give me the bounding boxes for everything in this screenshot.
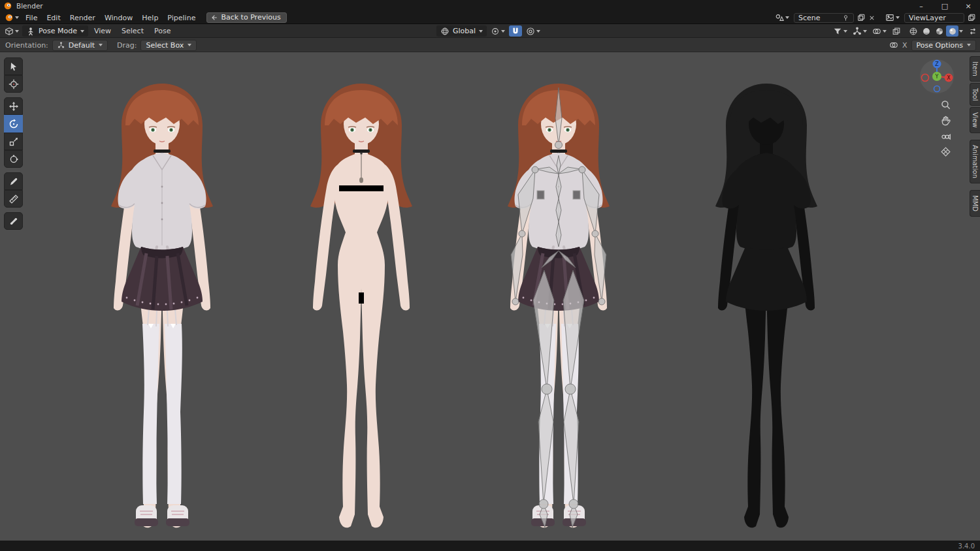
orientation-dropdown[interactable]: Default bbox=[52, 40, 108, 51]
zoom-icon[interactable] bbox=[940, 99, 951, 110]
window-title: Blender bbox=[16, 2, 43, 10]
minimize-button[interactable]: – bbox=[909, 0, 933, 12]
title-bar: Blender – □ × bbox=[0, 0, 980, 12]
chevron-down-icon bbox=[863, 30, 867, 33]
back-arrow-icon bbox=[210, 14, 218, 22]
back-to-previous-button[interactable]: Back to Previous bbox=[206, 12, 286, 23]
tool-rotate[interactable] bbox=[4, 115, 23, 133]
blender-logo-icon bbox=[3, 1, 12, 10]
ortho-grid-icon[interactable] bbox=[940, 146, 951, 157]
mode-dropdown[interactable]: Pose Mode bbox=[22, 25, 88, 37]
snap-toggle-button[interactable] bbox=[509, 25, 522, 37]
orientation-label: Orientation: bbox=[5, 41, 48, 50]
tool-tweak-select[interactable] bbox=[4, 57, 23, 75]
chevron-down-icon bbox=[785, 16, 789, 19]
tool-move[interactable] bbox=[4, 97, 23, 115]
maximize-button[interactable]: □ bbox=[933, 0, 956, 12]
xray-icon bbox=[892, 27, 901, 36]
tool-measure[interactable] bbox=[4, 190, 23, 208]
viewlayer-browse-button[interactable] bbox=[883, 12, 902, 24]
svg-text:Z: Z bbox=[935, 61, 939, 67]
swap-arrows-icon[interactable] bbox=[968, 27, 977, 36]
pose-options-button[interactable]: Pose Options bbox=[911, 40, 976, 51]
stockings bbox=[142, 324, 182, 504]
magnet-icon bbox=[511, 27, 520, 36]
scene-browse-button[interactable] bbox=[773, 12, 791, 24]
drag-dropdown[interactable]: Select Box bbox=[140, 40, 197, 51]
tab-tool[interactable]: Tool bbox=[970, 83, 980, 106]
tab-view[interactable]: View bbox=[970, 107, 980, 133]
visibility-filter-button[interactable] bbox=[831, 25, 849, 37]
window-controls: – □ × bbox=[909, 0, 980, 12]
3d-viewport[interactable]: Z Y X Item Tool View Animation MMD bbox=[0, 52, 980, 541]
rendered-sphere-icon bbox=[948, 27, 957, 36]
globe-icon bbox=[440, 27, 449, 36]
menu-pose[interactable]: Pose bbox=[150, 26, 175, 36]
pose-mode-icon bbox=[26, 27, 35, 36]
new-viewlayer-icon[interactable] bbox=[967, 13, 976, 22]
tool-annotate[interactable] bbox=[4, 172, 23, 190]
model-clothed[interactable] bbox=[57, 82, 267, 533]
new-scene-icon[interactable] bbox=[857, 13, 866, 22]
tool-transform[interactable] bbox=[4, 150, 23, 168]
editor-type-button[interactable] bbox=[3, 25, 21, 37]
shading-solid-button[interactable] bbox=[920, 25, 932, 37]
pivot-icon bbox=[491, 27, 500, 36]
chevron-down-icon bbox=[80, 30, 84, 33]
proportional-editing-button[interactable] bbox=[524, 25, 542, 37]
viewport-nav-buttons bbox=[940, 99, 951, 157]
model-body[interactable] bbox=[257, 82, 466, 533]
navigation-gizmo[interactable]: Z Y X bbox=[919, 57, 955, 94]
menu-view[interactable]: View bbox=[90, 26, 116, 36]
menu-edit[interactable]: Edit bbox=[42, 13, 65, 23]
pin-icon[interactable] bbox=[842, 14, 849, 22]
close-button[interactable]: × bbox=[956, 0, 980, 12]
axis-icon bbox=[57, 42, 65, 49]
xray-toggle-button[interactable] bbox=[890, 25, 903, 37]
tool-pose-breakdowner[interactable] bbox=[4, 212, 23, 230]
mirror-icon[interactable] bbox=[889, 40, 898, 50]
chevron-down-icon bbox=[501, 30, 505, 33]
viewport-header: Pose Mode View Select Pose Global bbox=[0, 24, 980, 38]
body bbox=[333, 141, 389, 527]
blender-menu-button[interactable] bbox=[3, 12, 21, 24]
menu-pipeline[interactable]: Pipeline bbox=[163, 13, 200, 23]
show-gizmo-button[interactable] bbox=[851, 25, 869, 37]
pan-hand-icon[interactable] bbox=[940, 115, 951, 126]
menu-select[interactable]: Select bbox=[117, 26, 148, 36]
menu-window[interactable]: Window bbox=[100, 13, 137, 23]
menu-help[interactable]: Help bbox=[137, 13, 163, 23]
svg-text:Y: Y bbox=[935, 74, 939, 80]
shading-material-button[interactable] bbox=[933, 25, 945, 37]
viewlayer-name-field[interactable]: ViewLayer bbox=[904, 13, 964, 23]
tab-mmd[interactable]: MMD bbox=[970, 190, 980, 217]
model-armature[interactable] bbox=[454, 82, 663, 533]
material-sphere-icon bbox=[935, 27, 944, 36]
shading-wireframe-button[interactable] bbox=[907, 25, 919, 37]
skirt bbox=[726, 247, 807, 311]
model-wireframe[interactable] bbox=[662, 82, 871, 533]
menu-file[interactable]: File bbox=[21, 13, 42, 23]
transform-orientation-dropdown[interactable]: Global bbox=[436, 25, 487, 37]
blender-version: 3.4.0 bbox=[958, 543, 980, 550]
scene-name-field[interactable]: Scene bbox=[794, 13, 854, 23]
chevron-down-icon bbox=[15, 30, 19, 33]
proportional-edit-icon bbox=[526, 27, 535, 36]
camera-view-icon[interactable] bbox=[940, 131, 951, 142]
tab-animation[interactable]: Animation bbox=[970, 140, 980, 183]
unlink-scene-icon[interactable] bbox=[868, 14, 875, 22]
chevron-down-icon bbox=[188, 44, 191, 46]
chevron-down-icon[interactable] bbox=[959, 30, 963, 33]
show-overlays-button[interactable] bbox=[870, 25, 889, 37]
tab-item[interactable]: Item bbox=[970, 56, 980, 82]
shading-rendered-button[interactable] bbox=[946, 25, 958, 37]
svg-text:X: X bbox=[947, 75, 951, 81]
tool-scale[interactable] bbox=[4, 133, 23, 150]
sidebar-tabs: Item Tool View Animation MMD bbox=[970, 56, 980, 218]
pivot-point-button[interactable] bbox=[489, 25, 507, 37]
chevron-down-icon bbox=[99, 44, 103, 46]
chevron-down-icon bbox=[967, 44, 971, 46]
menu-render[interactable]: Render bbox=[65, 13, 100, 23]
top-menu-bar: File Edit Render Window Help Pipeline Ba… bbox=[0, 12, 980, 24]
tool-cursor-3d[interactable] bbox=[4, 75, 23, 93]
